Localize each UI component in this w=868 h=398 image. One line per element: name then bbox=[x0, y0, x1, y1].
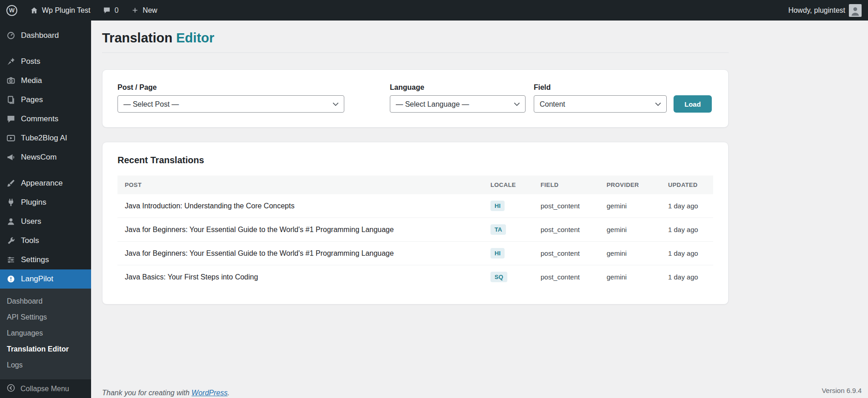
plugins-icon bbox=[6, 198, 15, 207]
footer-thanks: Thank you for creating with WordPress. bbox=[102, 389, 230, 397]
admin-menu: Dashboard Posts Media Pages Comments bbox=[0, 21, 91, 289]
cell-field: post_content bbox=[533, 194, 599, 218]
sidebar-item-langpilot[interactable]: LangPilot bbox=[0, 269, 91, 289]
sidebar-item-users[interactable]: Users bbox=[0, 212, 91, 231]
footer-version: Version 6.9.4 bbox=[822, 387, 862, 394]
tube2blog-icon bbox=[6, 134, 15, 143]
sidebar: Dashboard Posts Media Pages Comments bbox=[0, 21, 91, 398]
cell-post: Java for Beginners: Your Essential Guide… bbox=[117, 242, 483, 265]
post-title-link[interactable]: Java for Beginners: Your Essential Guide… bbox=[125, 249, 394, 257]
sidebar-item-label: Tube2Blog AI bbox=[21, 134, 67, 143]
load-button[interactable]: Load bbox=[674, 95, 712, 113]
page-title-part1: Translation bbox=[102, 31, 173, 45]
column-header-provider: PROVIDER bbox=[599, 176, 661, 194]
column-header-field: FIELD bbox=[533, 176, 599, 194]
language-field-group: Language — Select Language — bbox=[390, 83, 526, 113]
sidebar-item-label: Settings bbox=[21, 255, 49, 264]
settings-icon bbox=[6, 255, 15, 264]
submenu-item-dashboard[interactable]: Dashboard bbox=[0, 293, 91, 309]
comments-menu-icon bbox=[6, 114, 15, 124]
cell-provider: gemini bbox=[599, 265, 661, 289]
sidebar-item-tube2blog[interactable]: Tube2Blog AI bbox=[0, 129, 91, 148]
table-row: Java Introduction: Understanding the Cor… bbox=[117, 194, 713, 218]
submenu-item-translation-editor[interactable]: Translation Editor bbox=[0, 341, 91, 357]
appearance-icon bbox=[6, 179, 15, 188]
cell-locale: HI bbox=[483, 242, 533, 265]
submenu-item-languages[interactable]: Languages bbox=[0, 325, 91, 341]
howdy-label: Howdy, plugintest bbox=[788, 6, 845, 15]
cell-provider: gemini bbox=[599, 194, 661, 218]
avatar bbox=[849, 4, 862, 17]
post-title-link[interactable]: Java Basics: Your First Steps into Codin… bbox=[125, 273, 258, 281]
cell-updated: 1 day ago bbox=[661, 265, 713, 289]
field-select[interactable]: Content bbox=[534, 95, 667, 113]
language-select[interactable]: — Select Language — bbox=[390, 95, 526, 113]
submenu-item-api-settings[interactable]: API Settings bbox=[0, 309, 91, 325]
submenu-item-logs[interactable]: Logs bbox=[0, 357, 91, 373]
tools-icon bbox=[6, 236, 15, 245]
post-title-link[interactable]: Java for Beginners: Your Essential Guide… bbox=[125, 226, 394, 233]
post-select-label: Post / Page bbox=[117, 83, 344, 92]
post-select[interactable]: — Select Post — bbox=[117, 95, 344, 113]
sidebar-item-comments[interactable]: Comments bbox=[0, 109, 91, 129]
table-row: Java for Beginners: Your Essential Guide… bbox=[117, 242, 713, 265]
pages-icon bbox=[6, 95, 15, 104]
cell-post: Java Introduction: Understanding the Cor… bbox=[117, 194, 483, 218]
comments-icon bbox=[103, 6, 111, 14]
language-select-label: Language bbox=[390, 83, 526, 92]
column-header-updated: UPDATED bbox=[661, 176, 713, 194]
sidebar-item-label: Appearance bbox=[21, 179, 63, 188]
cell-field: post_content bbox=[533, 218, 599, 242]
site-name-link[interactable]: Wp Plugin Test bbox=[24, 0, 97, 21]
cell-field: post_content bbox=[533, 265, 599, 289]
new-content-menu[interactable]: New bbox=[125, 0, 163, 21]
my-account-menu[interactable]: Howdy, plugintest bbox=[782, 0, 868, 21]
recent-translations-title: Recent Translations bbox=[117, 155, 713, 165]
new-label: New bbox=[143, 6, 157, 15]
locale-badge: HI bbox=[490, 201, 505, 211]
post-field-group: Post / Page — Select Post — bbox=[117, 83, 344, 113]
collapse-menu-label: Collapse Menu bbox=[20, 385, 69, 393]
sidebar-item-label: Comments bbox=[21, 114, 58, 124]
sidebar-item-label: Media bbox=[21, 76, 42, 85]
cell-locale: TA bbox=[483, 218, 533, 242]
comments-shortcut[interactable]: 0 bbox=[97, 0, 125, 21]
table-header-row: POST LOCALE FIELD PROVIDER UPDATED bbox=[117, 176, 713, 194]
main-content: Translation Editor Post / Page — Select … bbox=[91, 21, 868, 398]
footer-thanks-suffix: . bbox=[228, 389, 230, 397]
table-row: Java for Beginners: Your Essential Guide… bbox=[117, 218, 713, 242]
cell-post: Java for Beginners: Your Essential Guide… bbox=[117, 218, 483, 242]
new-icon bbox=[131, 6, 139, 14]
cell-updated: 1 day ago bbox=[661, 194, 713, 218]
column-header-locale: LOCALE bbox=[483, 176, 533, 194]
sidebar-item-tools[interactable]: Tools bbox=[0, 231, 91, 250]
newscom-icon bbox=[6, 153, 15, 162]
sidebar-item-pages[interactable]: Pages bbox=[0, 90, 91, 109]
sidebar-item-label: Posts bbox=[21, 57, 41, 66]
cell-provider: gemini bbox=[599, 242, 661, 265]
sidebar-item-media[interactable]: Media bbox=[0, 71, 91, 90]
wordpress-menu[interactable]: W bbox=[0, 0, 24, 21]
sidebar-item-posts[interactable]: Posts bbox=[0, 52, 91, 71]
recent-translations-card: Recent Translations POST LOCALE FIELD PR… bbox=[102, 142, 729, 305]
locale-badge: HI bbox=[490, 248, 505, 258]
sidebar-item-dashboard[interactable]: Dashboard bbox=[0, 26, 91, 45]
field-select-wrap: Content bbox=[534, 95, 667, 113]
users-icon bbox=[6, 217, 15, 226]
post-select-wrap: — Select Post — bbox=[117, 95, 344, 113]
footer-thanks-text: Thank you for creating with bbox=[102, 389, 192, 397]
sidebar-item-label: Dashboard bbox=[21, 31, 59, 40]
collapse-menu-button[interactable]: Collapse Menu bbox=[0, 380, 91, 398]
langpilot-submenu: Dashboard API Settings Languages Transla… bbox=[0, 289, 91, 379]
sidebar-item-appearance[interactable]: Appearance bbox=[0, 174, 91, 193]
sidebar-item-settings[interactable]: Settings bbox=[0, 250, 91, 269]
cell-provider: gemini bbox=[599, 218, 661, 242]
sidebar-item-newscom[interactable]: NewsCom bbox=[0, 148, 91, 167]
sidebar-item-plugins[interactable]: Plugins bbox=[0, 193, 91, 212]
translation-form-card: Post / Page — Select Post — Language — S… bbox=[102, 69, 729, 128]
dashboard-icon bbox=[6, 31, 15, 40]
post-title-link[interactable]: Java Introduction: Understanding the Cor… bbox=[125, 202, 295, 210]
sidebar-item-label: NewsCom bbox=[21, 153, 56, 162]
wordpress-link[interactable]: WordPress bbox=[192, 389, 228, 397]
title-divider bbox=[102, 52, 729, 53]
